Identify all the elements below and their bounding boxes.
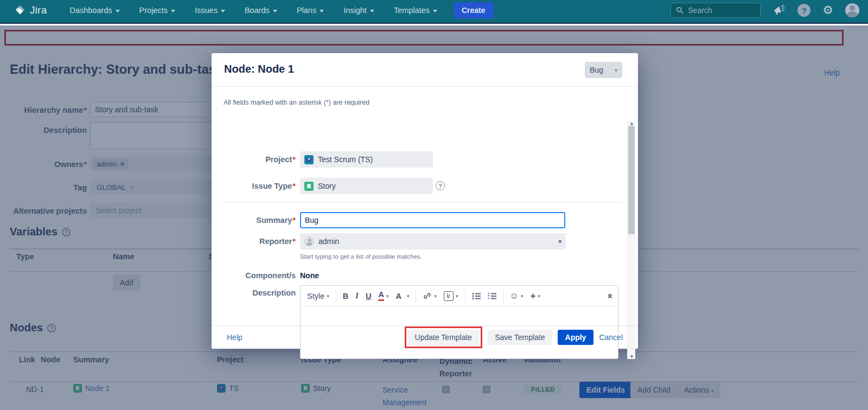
nav-dashboards[interactable]: Dashboards <box>69 6 119 15</box>
owners-label: Owners* <box>0 160 87 169</box>
create-button[interactable]: Create <box>454 2 494 18</box>
chevron-down-icon: ▾ <box>456 293 458 299</box>
nav-right: ? ⚙ <box>671 3 859 18</box>
user-avatar <box>304 236 314 246</box>
search-input[interactable] <box>688 6 755 15</box>
dialog-scrollbar[interactable]: ▲ ▼ <box>627 121 635 359</box>
nav-search[interactable] <box>671 3 761 18</box>
remove-icon[interactable]: × <box>120 160 125 168</box>
story-icon <box>73 384 82 393</box>
story-icon <box>301 384 310 393</box>
chevron-down-icon <box>171 10 175 12</box>
plus-icon: + <box>530 291 535 302</box>
nav-menus: Dashboards Projects Issues Boards Plans … <box>69 6 437 15</box>
dialog-body: All fields marked with an asterisk (*) a… <box>212 87 638 325</box>
emoji-dropdown[interactable]: ☺ ▾ <box>510 291 524 301</box>
add-child-button[interactable]: Add Child <box>630 382 678 398</box>
nav-boards[interactable]: Boards <box>245 6 277 15</box>
project-field: Test Scrum (TS) <box>300 151 433 168</box>
owner-chip: admin × <box>93 158 128 170</box>
jira-logo-icon <box>14 4 26 16</box>
help-circle-icon[interactable]: ? <box>62 228 71 236</box>
underline-icon[interactable]: U <box>366 292 371 300</box>
nodes-col-project: Project <box>217 355 244 364</box>
bullet-list-icon[interactable] <box>472 292 481 300</box>
attach-dropdown[interactable]: ▾ <box>444 291 458 301</box>
page-help-link[interactable]: Help <box>824 68 840 77</box>
nav-projects[interactable]: Projects <box>139 6 175 15</box>
actions-button[interactable]: Actions ▾ <box>677 382 720 398</box>
project-avatar-icon <box>304 155 314 164</box>
scroll-up-icon[interactable]: ▲ <box>629 121 634 126</box>
text-color-dropdown[interactable]: A ▾ <box>378 291 388 301</box>
issue-type-help-icon[interactable]: ? <box>436 181 445 190</box>
chevron-down-icon: ▾ <box>521 293 524 299</box>
insert-more-dropdown[interactable]: + ▾ <box>530 291 540 302</box>
chevron-down-icon <box>116 10 120 12</box>
nodes-header-bottom-border <box>10 381 858 382</box>
annotation-highlight: Update Template <box>405 326 483 348</box>
active-checkbox[interactable]: ✓ <box>483 386 490 393</box>
add-variable-button[interactable]: Add <box>113 274 141 291</box>
nav-insight[interactable]: Insight <box>343 6 374 15</box>
chevron-down-icon: ▾ <box>538 293 540 299</box>
alternative-projects-placeholder: Select project <box>93 206 142 215</box>
chevron-down-icon: ▾ <box>407 293 410 299</box>
emoji-icon: ☺ <box>510 291 519 301</box>
dialog-help-link[interactable]: Help <box>227 333 242 342</box>
italic-icon[interactable]: I <box>355 291 359 300</box>
megaphone-icon[interactable] <box>773 4 786 16</box>
node-project-cell: TS <box>217 384 239 393</box>
description-label: Description <box>0 126 87 134</box>
nav-issues[interactable]: Issues <box>195 6 225 15</box>
chevron-down-icon <box>433 10 437 12</box>
link-dropdown[interactable]: ▾ <box>423 291 437 300</box>
jira-logo-text: Jira <box>30 4 47 16</box>
issue-type-field: Story <box>300 178 433 194</box>
dialog-header: Node: Node 1 Bug ▾ <box>212 53 638 87</box>
chevron-down-icon <box>221 10 225 12</box>
bold-icon[interactable]: B <box>343 292 348 300</box>
nav-templates[interactable]: Templates <box>394 6 437 15</box>
assignee-link[interactable]: Service Management <box>382 386 427 407</box>
edit-fields-button[interactable]: Edit Fields <box>579 382 632 398</box>
cancel-link[interactable]: Cancel <box>599 333 623 342</box>
chevron-down-icon: ▾ <box>327 293 329 299</box>
scrollbar-thumb[interactable] <box>628 126 635 234</box>
components-value: None <box>300 271 319 280</box>
scroll-down-icon[interactable]: ▼ <box>629 354 634 359</box>
nav-plans[interactable]: Plans <box>297 6 324 15</box>
footer-buttons: Update Template Save Template Apply Canc… <box>405 326 623 348</box>
hierarchy-name-label: Hierarchy name* <box>0 106 87 114</box>
issue-type-dropdown[interactable]: Bug ▾ <box>585 62 622 78</box>
jira-logo[interactable]: Jira <box>14 4 47 16</box>
alternative-projects-label: Alternative projects <box>0 207 87 215</box>
help-circle-icon[interactable]: ? <box>47 324 56 332</box>
summary-input[interactable] <box>300 212 565 228</box>
link-icon <box>423 291 432 300</box>
collapse-toolbar-icon[interactable]: « <box>604 293 615 298</box>
apply-button[interactable]: Apply <box>558 330 594 345</box>
remove-icon[interactable]: × <box>130 183 134 191</box>
style-dropdown[interactable]: Style ▾ <box>307 292 329 300</box>
node-summary-cell: Node 1 <box>73 384 110 393</box>
node-summary-link[interactable]: Node 1 <box>85 384 110 393</box>
save-template-button[interactable]: Save Template <box>488 330 552 345</box>
update-template-button[interactable]: Update Template <box>408 330 480 345</box>
gear-icon[interactable]: ⚙ <box>822 4 833 16</box>
node-dialog: Node: Node 1 Bug ▾ All fields marked wit… <box>212 53 638 349</box>
user-avatar[interactable] <box>845 3 859 17</box>
dynamic-reporter-checkbox[interactable]: ✓ <box>442 386 450 393</box>
section-divider <box>222 202 624 203</box>
summary-label: Summary* <box>212 216 296 225</box>
numbered-list-icon[interactable] <box>488 292 496 300</box>
dialog-footer: Help Update Template Save Template Apply… <box>212 325 638 349</box>
reporter-select[interactable]: admin ▾ <box>300 233 566 249</box>
chevron-down-icon: ▾ <box>434 293 437 299</box>
help-icon[interactable]: ? <box>797 4 810 17</box>
annotation-banner <box>4 30 844 46</box>
text-styles-dropdown[interactable]: A ▾ <box>395 292 409 300</box>
validation-badge: FILLED <box>524 385 562 394</box>
variables-heading: Variables ? <box>10 226 71 238</box>
top-nav: Jira Dashboards Projects Issues Boards P… <box>0 0 868 24</box>
